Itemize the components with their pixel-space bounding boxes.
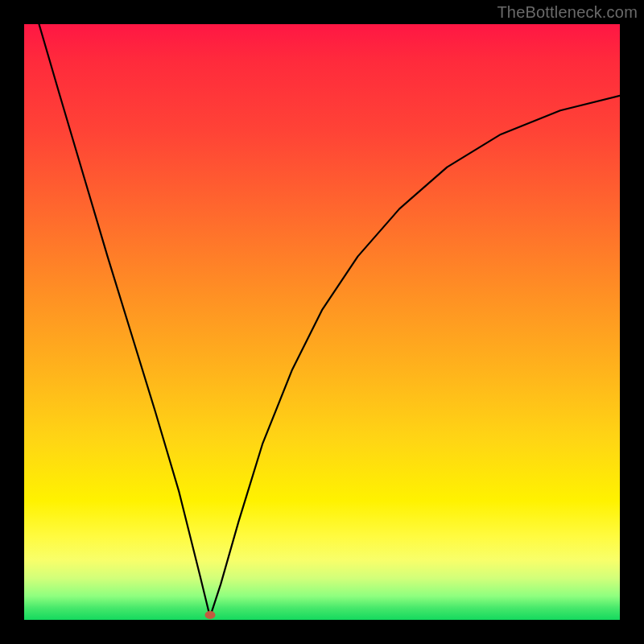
watermark-text: TheBottleneck.com (497, 3, 638, 22)
minimum-marker (204, 611, 215, 619)
bottleneck-curve (24, 24, 620, 620)
chart-frame: TheBottleneck.com (0, 0, 644, 644)
plot-area (24, 24, 620, 620)
